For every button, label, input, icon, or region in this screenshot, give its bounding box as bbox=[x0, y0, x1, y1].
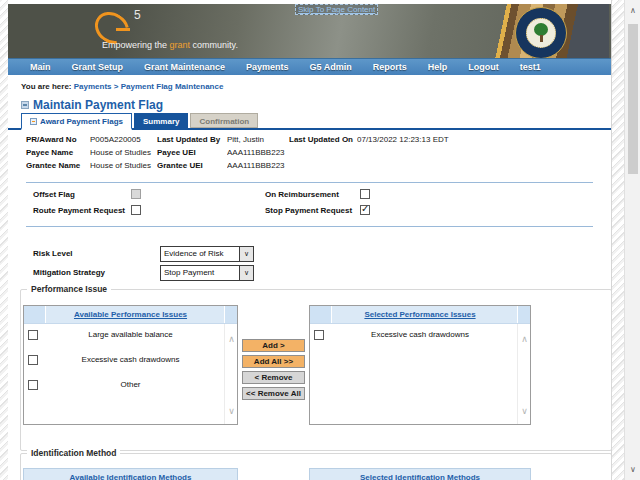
offset-flag-label: Offset Flag bbox=[33, 189, 131, 201]
info-value bbox=[357, 146, 611, 159]
risk-level-select[interactable]: Evidence of Risk ∨ bbox=[160, 246, 254, 262]
risk-level-label: Risk Level bbox=[33, 249, 160, 258]
tab-summary[interactable]: Summary bbox=[134, 113, 188, 128]
nav-item[interactable]: Grant Setup bbox=[72, 62, 124, 72]
scroll-down-icon[interactable]: ∨ bbox=[519, 406, 530, 416]
tab-icon bbox=[30, 118, 37, 125]
list-item: Excessive cash drawdowns bbox=[310, 324, 516, 349]
offset-flag-checkbox bbox=[131, 189, 141, 199]
nav-item[interactable]: Reports bbox=[373, 62, 407, 72]
header-banner: Skip To Page Content 5 Empowering the gr… bbox=[8, 4, 611, 58]
scroll-down-icon[interactable]: ∨ bbox=[226, 406, 237, 416]
nav-item[interactable]: Grant Maintenance bbox=[144, 62, 225, 72]
dropdown-arrow-icon[interactable]: ∨ bbox=[239, 247, 253, 261]
scrollbar-up-icon[interactable]: ∧ bbox=[625, 6, 640, 15]
g5-logo-bar bbox=[116, 28, 130, 31]
list-item: Large available balance bbox=[24, 324, 223, 349]
selected-identification-methods-listbox: Selected Identification Methods bbox=[309, 468, 531, 480]
route-payment-request-label: Route Payment Request bbox=[33, 205, 131, 217]
list-scrollbar[interactable]: ∧ ∨ bbox=[517, 324, 530, 424]
info-value: 07/13/2022 12:23:13 EDT bbox=[357, 133, 611, 146]
list-scrollbar[interactable]: ∧ ∨ bbox=[224, 324, 237, 424]
info-label: Last Updated On bbox=[289, 133, 357, 146]
remove-button[interactable]: < Remove bbox=[242, 371, 305, 384]
breadcrumb-prefix: You are here: bbox=[21, 82, 74, 91]
list-body: Excessive cash drawdowns bbox=[310, 324, 516, 349]
identification-method-section: Identification Method Available Identifi… bbox=[20, 453, 612, 480]
header-scroll-column bbox=[224, 306, 237, 323]
divider bbox=[26, 226, 593, 227]
stop-payment-request-checkbox[interactable] bbox=[360, 205, 370, 215]
tab-confirmation: Confirmation bbox=[190, 113, 258, 128]
info-value: AAA111BBB223 bbox=[227, 159, 289, 172]
item-label: Other bbox=[38, 380, 223, 399]
performance-issue-legend: Performance Issue bbox=[27, 284, 111, 294]
item-label: Large available balance bbox=[38, 330, 223, 349]
info-label: Grantee Name bbox=[26, 159, 90, 172]
tab-award-payment-flags[interactable]: Award Payment Flags bbox=[21, 113, 132, 130]
nav-item[interactable]: Help bbox=[428, 62, 448, 72]
nav-item[interactable]: test1 bbox=[520, 62, 541, 72]
available-identification-methods-header[interactable]: Available Identification Methods bbox=[70, 473, 192, 480]
add-button[interactable]: Add > bbox=[242, 339, 305, 352]
info-label: Grantee UEI bbox=[157, 159, 227, 172]
risk-level-row: Risk Level Evidence of Risk ∨ bbox=[8, 245, 611, 262]
available-performance-issues-header[interactable]: Available Performance Issues bbox=[74, 310, 187, 319]
scroll-up-icon[interactable]: ∧ bbox=[519, 334, 530, 344]
scrollbar-thumb[interactable] bbox=[628, 24, 638, 174]
available-performance-issues-list: Available Performance Issues Large avail… bbox=[23, 305, 238, 425]
nav-item[interactable]: G5 Admin bbox=[310, 62, 352, 72]
education-seal-icon bbox=[515, 7, 567, 58]
selected-performance-issues-header[interactable]: Selected Performance Issues bbox=[364, 310, 475, 319]
item-label: Excessive cash drawdowns bbox=[324, 330, 516, 349]
title-row: Maintain Payment Flag bbox=[21, 98, 611, 111]
tagline-accent: grant bbox=[170, 40, 191, 50]
add-all-button[interactable]: Add All >> bbox=[242, 355, 305, 368]
item-checkbox[interactable] bbox=[28, 380, 38, 390]
main-nav: MainGrant SetupGrant MaintenancePayments… bbox=[8, 58, 611, 75]
nav-item[interactable]: Main bbox=[30, 62, 51, 72]
risk-level-value: Evidence of Risk bbox=[161, 249, 239, 258]
remove-all-button[interactable]: << Remove All bbox=[242, 387, 305, 400]
selected-identification-methods-header[interactable]: Selected Identification Methods bbox=[360, 473, 480, 480]
mitigation-strategy-select[interactable]: Stop Payment ∨ bbox=[160, 265, 254, 281]
info-value: AAA111BBB223 bbox=[227, 146, 289, 159]
tagline-pre: Empowering the bbox=[102, 40, 170, 50]
tab-award-payment-flags-label: Award Payment Flags bbox=[40, 117, 123, 126]
divider bbox=[26, 182, 593, 183]
tagline: Empowering the grant community. bbox=[102, 40, 238, 50]
tagline-post: community. bbox=[190, 40, 238, 50]
item-checkbox[interactable] bbox=[28, 330, 38, 340]
tab-bar: Award Payment Flags Summary Confirmation bbox=[8, 113, 611, 130]
item-checkbox[interactable] bbox=[28, 355, 38, 365]
skip-to-content-link[interactable]: Skip To Page Content bbox=[295, 4, 378, 15]
scroll-up-icon[interactable]: ∧ bbox=[226, 334, 237, 344]
item-checkbox[interactable] bbox=[314, 330, 324, 340]
info-value: House of Studies bbox=[90, 146, 157, 159]
mitigation-strategy-label: Mitigation Strategy bbox=[33, 268, 160, 277]
transfer-buttons: Add > Add All >> < Remove << Remove All bbox=[242, 339, 305, 403]
g5-logo-five: 5 bbox=[134, 8, 141, 22]
selected-performance-issues-list: Selected Performance Issues Excessive ca… bbox=[309, 305, 531, 425]
on-reimbursement-checkbox[interactable] bbox=[360, 189, 370, 199]
nav-item[interactable]: Logout bbox=[468, 62, 499, 72]
scrollbar-down-icon[interactable]: ∨ bbox=[625, 465, 640, 474]
info-label: Payee Name bbox=[26, 146, 90, 159]
dropdown-arrow-icon[interactable]: ∨ bbox=[239, 266, 253, 280]
breadcrumb: You are here: Payments > Payment Flag Ma… bbox=[21, 82, 611, 92]
route-payment-request-checkbox[interactable] bbox=[131, 205, 141, 215]
nav-item[interactable]: Payments bbox=[246, 62, 289, 72]
mitigation-strategy-row: Mitigation Strategy Stop Payment ∨ bbox=[8, 264, 611, 281]
identification-method-legend: Identification Method bbox=[27, 448, 120, 458]
header-checkbox-column bbox=[310, 306, 332, 323]
info-value: P005A220005 bbox=[90, 133, 157, 146]
list-body: Large available balance Excessive cash d… bbox=[24, 324, 223, 399]
info-label: PR/Award No bbox=[26, 133, 90, 146]
browser-scrollbar[interactable]: ∧ ∨ bbox=[624, 0, 640, 480]
page-content: Skip To Page Content 5 Empowering the gr… bbox=[8, 0, 612, 480]
info-label: Payee UEI bbox=[157, 146, 227, 159]
breadcrumb-links[interactable]: Payments > Payment Flag Maintenance bbox=[74, 82, 224, 91]
info-value: Pitt, Justin bbox=[227, 133, 289, 146]
header-checkbox-column bbox=[24, 306, 46, 323]
available-identification-methods-listbox: Available Identification Methods bbox=[23, 468, 238, 480]
